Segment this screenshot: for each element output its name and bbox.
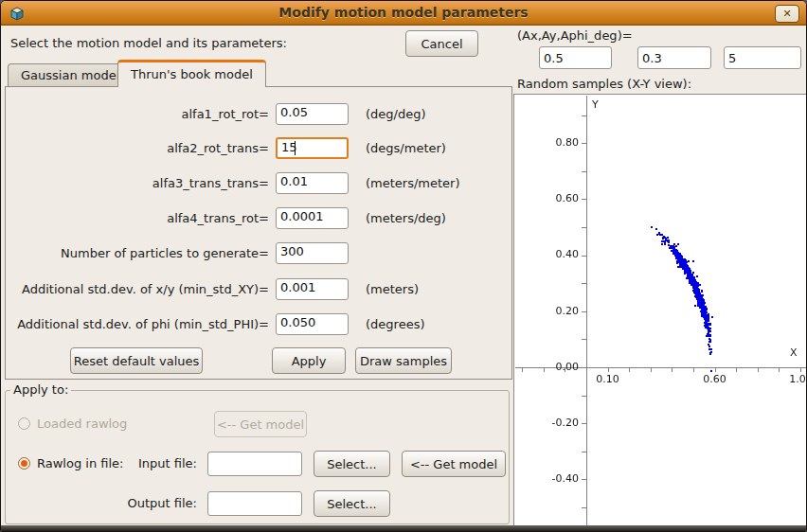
minstd-xy-unit: (meters) — [366, 278, 419, 300]
dialog-window: Modify motion model parameters ✕ Select … — [0, 0, 807, 532]
pose-label: (Ax,Ay,Aphi_deg)= — [517, 28, 633, 43]
minstd-phi-label: Additional std.dev. of phi (min_std_PHI)… — [13, 313, 269, 335]
plot-title: Random samples (X-Y view): — [517, 77, 691, 91]
cancel-button[interactable]: Cancel — [405, 30, 478, 57]
alfa1-unit: (deg/deg) — [366, 103, 426, 125]
input-file-label: Input file: — [124, 456, 197, 470]
alfa1-label: alfa1_rot_rot= — [13, 103, 269, 125]
minstd-phi-unit: (degrees) — [366, 313, 424, 335]
get-model-file-button[interactable]: <-- Get model — [402, 451, 506, 477]
ax-input[interactable] — [539, 46, 612, 69]
output-file-label: Output file: — [115, 496, 197, 510]
loaded-rawlog-label: Loaded rawlog — [37, 417, 127, 431]
output-select-button[interactable]: Select... — [314, 490, 390, 517]
tab-content-panel: alfa1_rot_rot= 0.05 (deg/deg) alfa2_rot_… — [5, 86, 512, 380]
instruction-label: Select the motion model and its paramete… — [10, 36, 287, 50]
output-file-field[interactable] — [207, 491, 302, 516]
aphi-input[interactable] — [724, 46, 801, 69]
particles-label: Number of particles to generate= — [13, 242, 269, 264]
text-caret — [295, 141, 296, 155]
input-file-field[interactable] — [207, 452, 302, 476]
rawlog-in-file-label: Rawlog in file: — [37, 456, 123, 470]
reset-defaults-button[interactable]: Reset default values — [70, 347, 203, 374]
alfa3-input[interactable]: 0.01 — [276, 172, 349, 194]
input-select-button[interactable]: Select... — [314, 451, 390, 477]
particles-input[interactable]: 300 — [276, 242, 349, 264]
minstd-xy-label: Additional std.dev. of x/y (min_std_XY)= — [13, 278, 269, 300]
apply-to-legend: Apply to: — [10, 382, 71, 397]
alfa4-unit: (meters/deg) — [366, 207, 446, 229]
alfa3-unit: (meters/meter) — [366, 172, 460, 194]
window-bottom-frame — [1, 525, 806, 531]
get-model-loaded-button: <-- Get model — [214, 411, 307, 437]
tab-thrun-book-model[interactable]: Thrun's book model — [117, 60, 266, 87]
title-bar[interactable]: Modify motion model parameters ✕ — [1, 1, 806, 26]
alfa4-input[interactable]: 0.0001 — [276, 207, 349, 229]
alfa3-label: alfa3_trans_trans= — [13, 172, 269, 194]
close-button[interactable]: ✕ — [775, 5, 799, 23]
loaded-rawlog-radio[interactable] — [18, 417, 30, 430]
alfa2-input[interactable]: 15 — [276, 137, 349, 159]
alfa2-label: alfa2_rot_trans= — [13, 137, 269, 159]
ay-input[interactable] — [637, 46, 711, 69]
tab-gaussian-model[interactable]: Gaussian model — [8, 63, 133, 87]
samples-scatter-plot — [515, 96, 807, 526]
apply-button[interactable]: Apply — [272, 347, 346, 374]
alfa1-input[interactable]: 0.05 — [276, 103, 349, 125]
alfa4-label: alfa4_trans_rot= — [13, 207, 269, 229]
draw-samples-button[interactable]: Draw samples — [355, 347, 452, 374]
alfa2-unit: (degs/meter) — [366, 137, 446, 159]
minstd-phi-input[interactable]: 0.050 — [276, 313, 349, 335]
window-title: Modify motion model parameters — [1, 5, 806, 20]
rawlog-in-file-radio[interactable] — [18, 457, 30, 470]
minstd-xy-input[interactable]: 0.001 — [276, 278, 349, 300]
samples-plot-panel — [513, 94, 807, 526]
